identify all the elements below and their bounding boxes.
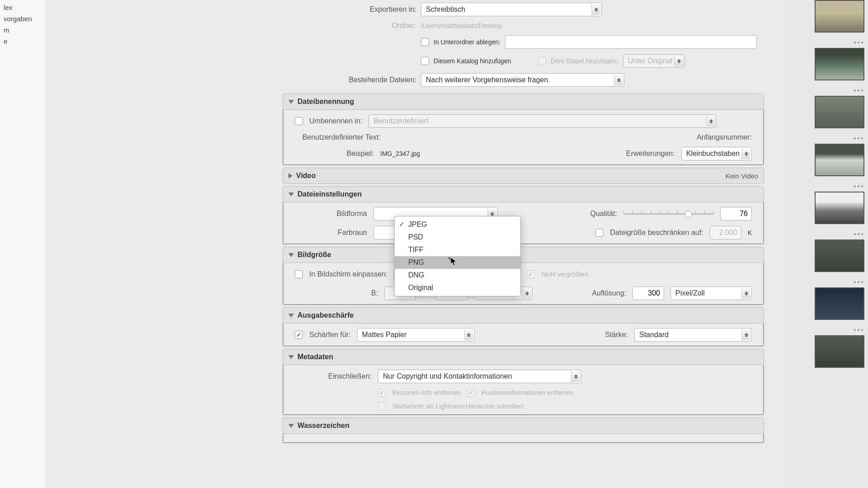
chevron-right-icon <box>288 173 292 178</box>
format-option-dng[interactable]: DNG <box>395 269 520 282</box>
extensions-label: Erweiterungen: <box>626 150 675 158</box>
format-option-jpeg[interactable]: JPEG <box>395 218 520 231</box>
chevron-down-icon <box>288 314 294 318</box>
sharpen-amount-select[interactable]: Standard <box>634 328 752 342</box>
section-head-metadata[interactable]: Metadaten <box>283 349 764 365</box>
export-dialog: Exportieren in: Schreibtisch Ordner: /Us… <box>274 0 773 446</box>
thumbnail[interactable] <box>815 96 864 128</box>
left-preset-tree: lex vorgaben m e <box>0 0 45 488</box>
stack-dots-icon: ●●● <box>854 88 864 93</box>
rename-checkbox[interactable] <box>295 117 303 125</box>
stack-dots-icon: ●●● <box>854 231 864 237</box>
extensions-select[interactable]: Kleinbuchstaben <box>681 147 752 160</box>
chevron-down-icon <box>288 253 294 257</box>
resize-label: In Bildschirm einpassen: <box>309 270 387 278</box>
chevron-down-icon <box>288 100 294 104</box>
stack-dots-icon: ●●● <box>854 327 864 333</box>
subfolder-input[interactable] <box>505 35 757 49</box>
format-option-tiff[interactable]: TIFF <box>395 244 520 256</box>
limit-size-unit: K <box>748 229 752 236</box>
section-head-video[interactable]: Video Kein Video <box>283 168 764 183</box>
image-format-popup[interactable]: JPEG PSD TIFF PNG DNG Original <box>394 216 521 296</box>
section-head-file-settings[interactable]: Dateieinstellungen <box>283 187 764 202</box>
resolution-unit-select[interactable]: Pixel/Zoll <box>670 286 752 300</box>
add-stack-checkbox <box>538 57 546 65</box>
sharpen-amount-label: Stärke: <box>605 331 628 339</box>
keywords-hierarchy-checkbox <box>378 402 386 410</box>
tree-item[interactable]: lex <box>0 2 45 13</box>
quality-input[interactable] <box>720 207 752 221</box>
keywords-hierarchy-label: Stichwörter als Lightroom-Hierarchie sch… <box>392 403 524 410</box>
chevron-down-icon <box>288 424 294 428</box>
quality-slider[interactable] <box>623 209 714 218</box>
tree-item[interactable]: m <box>0 24 45 36</box>
remove-people-label: Personen-Info entfernen <box>392 389 461 396</box>
chevron-down-icon <box>288 355 294 359</box>
chevron-down-icon <box>288 192 294 197</box>
add-stack-label: Dem Stapel hinzufügen: <box>551 57 618 65</box>
sharpen-for-label: Schärfen für: <box>309 331 351 339</box>
thumbnail[interactable] <box>815 239 864 272</box>
example-value: IMG_2347.jpg <box>380 150 420 157</box>
thumbnail[interactable] <box>815 192 864 224</box>
remove-location-label: Positionsinformationen entfernen <box>481 389 574 396</box>
export-to-select[interactable]: Schreibtisch <box>421 3 602 16</box>
existing-files-select[interactable]: Nach weiterer Vorgehensweise fragen <box>421 73 624 87</box>
custom-text-label: Benutzerdefinierter Text: <box>295 133 381 141</box>
format-option-psd[interactable]: PSD <box>395 231 520 244</box>
width-label: B: <box>371 289 378 297</box>
start-number-label: Anfangsnummer: <box>697 133 752 141</box>
section-head-sizing[interactable]: Bildgröße <box>283 247 764 263</box>
subfolder-label: In Unterordner ablegen: <box>434 38 500 46</box>
limit-size-label: Dateigröße beschränken auf: <box>610 229 703 237</box>
resolution-input[interactable] <box>632 286 664 300</box>
limit-size-input <box>710 226 741 239</box>
section-metadata: Metadaten Einschließen: Nur Copyright un… <box>283 349 764 415</box>
section-video: Video Kein Video <box>283 168 764 184</box>
thumbnail[interactable] <box>815 287 864 320</box>
thumbnail[interactable] <box>815 0 864 33</box>
subfolder-checkbox[interactable] <box>421 38 429 46</box>
thumbnail[interactable] <box>815 144 864 176</box>
add-catalog-label: Diesem Katalog hinzufügen <box>434 57 511 65</box>
format-option-original[interactable]: Original <box>395 282 520 294</box>
remove-location-checkbox <box>467 389 475 397</box>
stack-position-select: Unter Original <box>623 54 685 68</box>
example-label: Beispiel: <box>295 150 374 158</box>
resize-checkbox[interactable] <box>295 270 303 278</box>
section-watermark: Wasserzeichen <box>283 418 764 443</box>
rename-label: Umbenennen in: <box>309 117 362 125</box>
section-file-naming: Dateibenennung Umbenennen in: Benutzerde… <box>283 94 764 165</box>
stack-dots-icon: ●●● <box>854 183 864 189</box>
stack-dots-icon: ●●● <box>854 136 864 141</box>
sharpen-checkbox[interactable] <box>295 331 303 339</box>
section-head-naming[interactable]: Dateibenennung <box>283 94 764 110</box>
include-label: Einschließen: <box>295 372 372 380</box>
section-file-settings: Dateieinstellungen Bildforma Qualität: F… <box>283 186 764 244</box>
quality-label: Qualität: <box>590 210 617 218</box>
thumbnail[interactable] <box>815 335 864 368</box>
existing-files-label: Bestehende Dateien: <box>290 76 416 84</box>
section-head-sharpening[interactable]: Ausgabeschärfe <box>283 308 764 324</box>
sharpen-for-select[interactable]: Mattes Papier <box>357 328 475 342</box>
section-head-watermark[interactable]: Wasserzeichen <box>283 418 764 434</box>
tree-item[interactable]: vorgaben <box>0 13 45 24</box>
stack-dots-icon: ●●● <box>854 279 864 285</box>
video-summary: Kein Video <box>726 172 758 180</box>
limit-size-checkbox[interactable] <box>595 229 604 237</box>
tree-item[interactable]: e <box>0 36 45 47</box>
section-output-sharpening: Ausgabeschärfe Schärfen für: Mattes Papi… <box>283 307 764 347</box>
thumbnail-strip: ●●● ●●● ●●● ●●● ●●● ●●● ●●● <box>784 0 868 488</box>
folder-label: Ordner: <box>290 22 416 30</box>
image-format-label: Bildforma <box>295 210 367 218</box>
export-to-label: Exportieren in: <box>290 5 416 14</box>
colorspace-label: Farbraun <box>295 229 367 237</box>
rename-template-select: Benutzerdefiniert <box>368 114 717 128</box>
include-select[interactable]: Nur Copyright und Kontaktinformationen <box>378 370 581 383</box>
thumbnail[interactable] <box>815 48 864 80</box>
remove-people-checkbox <box>378 389 386 397</box>
section-image-sizing: Bildgröße In Bildschirm einpassen: Breit… <box>283 247 764 305</box>
add-catalog-checkbox[interactable] <box>421 57 429 65</box>
dont-enlarge-checkbox <box>527 270 535 278</box>
dont-enlarge-label: Nicht vergrößern <box>541 271 588 278</box>
